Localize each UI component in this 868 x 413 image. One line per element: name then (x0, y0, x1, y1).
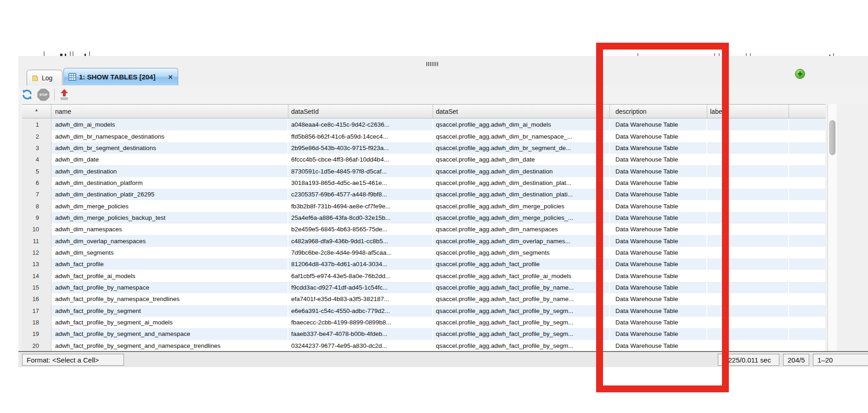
cell-dataset[interactable]: qsaccel.profile_agg.adwh_fact_profile (433, 258, 610, 270)
refresh-icon[interactable] (21, 88, 34, 101)
cell-name[interactable]: adwh_dim_br_segment_destinations (51, 142, 288, 154)
cell-description[interactable]: Data Warehouse Table (610, 293, 707, 305)
cell-rownum[interactable]: 3 (22, 142, 51, 154)
cell-dataset[interactable]: qsaccel.profile_agg.adwh_dim_destination… (433, 177, 610, 189)
cell-dataset[interactable]: qsaccel.profile_agg.adwh_dim_br_namespac… (433, 130, 610, 142)
cell-name[interactable]: adwh_fact_profile_by_segment_and_namespa… (51, 340, 288, 351)
cell-description[interactable]: Data Warehouse Table (610, 258, 707, 270)
cell-description[interactable]: Data Warehouse Table (610, 282, 707, 293)
tab-show-tables[interactable]: 1: SHOW TABLES [204] ✕ (63, 68, 178, 85)
cell-datasetid[interactable]: f9cdd3ac-d927-41df-ad45-1c54fc... (288, 282, 433, 293)
cell-dataset[interactable]: qsaccel.profile_agg.adwh_fact_profile_by… (433, 340, 610, 351)
cell-datasetid[interactable]: fb3b2b8f-731b-4694-ae8e-cf7fe9e... (288, 200, 433, 212)
cell-description[interactable]: Data Warehouse Table (610, 317, 707, 328)
cell-description[interactable]: Data Warehouse Table (610, 177, 707, 189)
cell-labels[interactable] (707, 282, 789, 293)
cell-rownum[interactable]: 2 (22, 130, 51, 142)
cell-datasetid[interactable]: 8730591c-1d5e-4845-97f8-d5caf... (288, 165, 433, 177)
cell-description[interactable]: Data Warehouse Table (610, 165, 707, 177)
cell-dataset[interactable]: qsaccel.profile_agg.adwh_fact_profile_by… (433, 317, 610, 328)
close-icon[interactable]: ✕ (168, 73, 173, 81)
cell-rownum[interactable]: 13 (22, 258, 51, 270)
cell-rownum[interactable]: 14 (22, 270, 51, 281)
cell-labels[interactable] (707, 328, 789, 340)
cell-datasetid[interactable]: c482a968-dfa9-436b-9dd1-cc8b5... (288, 235, 433, 246)
cell-dataset[interactable]: qsaccel.profile_agg.adwh_fact_profile_ai… (433, 270, 610, 281)
header-dataset[interactable]: dataSet (433, 105, 610, 118)
cell-datasetid[interactable]: 6fccc4b5-cbce-4ff3-86af-10dd4b4... (288, 154, 433, 165)
header-datasetid[interactable]: dataSetId (288, 105, 433, 118)
cell-name[interactable]: adwh_dim_br_namespace_destinations (51, 130, 288, 142)
cell-dataset[interactable]: qsaccel.profile_agg.adwh_dim_ai_models (433, 119, 610, 130)
table-row[interactable]: 4adwh_dim_date6fccc4b5-cbce-4ff3-86af-10… (22, 154, 825, 165)
cell-labels[interactable] (707, 130, 789, 142)
cell-dataset[interactable]: qsaccel.profile_agg.adwh_dim_merge_polic… (433, 212, 610, 223)
cell-description[interactable]: Data Warehouse Table (610, 189, 707, 200)
cell-name[interactable]: adwh_fact_profile_by_segment_ai_models (51, 317, 288, 328)
format-selector[interactable]: Format: <Select a Cell> (22, 354, 124, 366)
cell-datasetid[interactable]: a048eaa4-ce8c-415c-9d42-c2636... (288, 119, 433, 130)
cell-datasetid[interactable]: efa7401f-e35d-4b83-a3f5-382187... (288, 293, 433, 305)
cell-name[interactable]: adwh_dim_destination_platform (51, 177, 288, 189)
cell-rownum[interactable]: 9 (22, 212, 51, 223)
cell-description[interactable]: Data Warehouse Table (610, 340, 707, 351)
cell-rownum[interactable]: 19 (22, 328, 51, 340)
cell-datasetid[interactable]: fbaececc-2cbb-4199-8899-0899b8... (288, 317, 433, 328)
cell-dataset[interactable]: qsaccel.profile_agg.adwh_dim_namespaces (433, 223, 610, 235)
table-row[interactable]: 1adwh_dim_ai_modelsa048eaa4-ce8c-415c-9d… (22, 119, 825, 130)
cell-rownum[interactable]: 16 (22, 293, 51, 305)
cell-dataset[interactable]: qsaccel.profile_agg.adwh_dim_merge_polic… (433, 200, 610, 212)
cell-description[interactable]: Data Warehouse Table (610, 154, 707, 165)
stop-icon[interactable]: STOP (37, 88, 50, 101)
cell-rownum[interactable]: 4 (22, 154, 51, 165)
table-row[interactable]: 20adwh_fact_profile_by_segment_and_names… (22, 340, 825, 351)
cell-datasetid[interactable]: 3018a193-865d-4d5c-ae15-461e... (288, 177, 433, 189)
cell-labels[interactable] (707, 119, 789, 130)
vertical-scrollbar[interactable] (828, 104, 837, 351)
cell-labels[interactable] (707, 270, 789, 281)
cell-name[interactable]: adwh_dim_date (51, 154, 288, 165)
cell-description[interactable]: Data Warehouse Table (610, 235, 707, 246)
table-row[interactable]: 7adwh_dim_destination_platir_26295c23053… (22, 189, 825, 200)
cell-datasetid[interactable]: ffd5b856-b62f-41c6-a59d-14cec4... (288, 130, 433, 142)
cell-name[interactable]: adwh_fact_profile (51, 258, 288, 270)
cell-description[interactable]: Data Warehouse Table (610, 200, 707, 212)
cell-rownum[interactable]: 17 (22, 305, 51, 317)
cell-rownum[interactable]: 10 (22, 223, 51, 235)
cell-labels[interactable] (707, 293, 789, 305)
cell-rownum[interactable]: 7 (22, 189, 51, 200)
cell-name[interactable]: adwh_dim_destination (51, 165, 288, 177)
scrollbar-thumb[interactable] (829, 120, 835, 155)
cell-description[interactable]: Data Warehouse Table (610, 270, 707, 281)
cell-dataset[interactable]: qsaccel.profile_agg.adwh_dim_date (433, 154, 610, 165)
table-row[interactable]: 8adwh_dim_merge_policiesfb3b2b8f-731b-46… (22, 200, 825, 212)
table-row[interactable]: 10adwh_dim_namespacesb2e459e5-6845-4b63-… (22, 223, 825, 235)
header-name[interactable]: name (51, 105, 288, 118)
cell-name[interactable]: adwh_dim_merge_policies_backup_test (51, 212, 288, 223)
cell-name[interactable]: adwh_dim_namespaces (51, 223, 288, 235)
cell-datasetid[interactable]: 812064d8-437b-4d61-a014-3034... (288, 258, 433, 270)
cell-dataset[interactable]: qsaccel.profile_agg.adwh_dim_overlap_nam… (433, 235, 610, 246)
header-description[interactable]: description (610, 105, 707, 118)
cell-name[interactable]: adwh_fact_profile_by_namespace (51, 282, 288, 293)
cell-labels[interactable] (707, 340, 789, 351)
cell-rownum[interactable]: 1 (22, 119, 51, 130)
cell-name[interactable]: adwh_dim_overlap_namespaces (51, 235, 288, 246)
cell-name[interactable]: adwh_dim_segments (51, 247, 288, 258)
cell-labels[interactable] (707, 305, 789, 317)
cell-rownum[interactable]: 15 (22, 282, 51, 293)
cell-description[interactable]: Data Warehouse Table (610, 247, 707, 258)
cell-datasetid[interactable]: b2e459e5-6845-4b63-8565-75de... (288, 223, 433, 235)
cell-dataset[interactable]: qsaccel.profile_agg.adwh_dim_destination (433, 165, 610, 177)
cell-description[interactable]: Data Warehouse Table (610, 305, 707, 317)
cell-labels[interactable] (707, 212, 789, 223)
cell-name[interactable]: adwh_fact_profile_by_segment_and_namespa… (51, 328, 288, 340)
cell-dataset[interactable]: qsaccel.profile_agg.adwh_dim_br_segment_… (433, 142, 610, 154)
cell-datasetid[interactable]: e6e6a391-c54c-4550-adbc-779d2... (288, 305, 433, 317)
cell-dataset[interactable]: qsaccel.profile_agg.adwh_dim_segments (433, 247, 610, 258)
cell-labels[interactable] (707, 142, 789, 154)
cell-description[interactable]: Data Warehouse Table (610, 328, 707, 340)
table-row[interactable]: 3adwh_dim_br_segment_destinations2b95e86… (22, 142, 825, 154)
table-row[interactable]: 11adwh_dim_overlap_namespacesc482a968-df… (22, 235, 825, 246)
cell-rownum[interactable]: 8 (22, 200, 51, 212)
